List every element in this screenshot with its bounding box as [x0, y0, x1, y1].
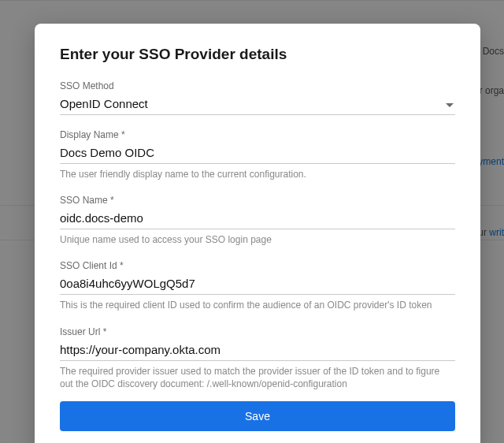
label-sso-client-id: SSO Client Id * — [60, 260, 455, 271]
modal-title: Enter your SSO Provider details — [60, 46, 455, 63]
label-sso-method: SSO Method — [60, 80, 455, 91]
sso-provider-modal: Enter your SSO Provider details SSO Meth… — [35, 24, 480, 443]
help-sso-client-id: This is the required client ID used to c… — [60, 299, 455, 311]
save-button[interactable]: Save — [60, 401, 455, 431]
help-sso-name: Unique name used to access your SSO logi… — [60, 233, 455, 246]
field-sso-client-id: SSO Client Id * This is the required cli… — [60, 260, 455, 311]
label-sso-name: SSO Name * — [60, 195, 455, 206]
field-sso-method: SSO Method — [60, 80, 455, 115]
input-issuer-url[interactable] — [60, 339, 455, 360]
field-issuer-url: Issuer Url * The required provider issue… — [60, 326, 455, 390]
input-display-name[interactable] — [60, 142, 455, 163]
select-sso-method[interactable] — [60, 93, 455, 115]
label-display-name: Display Name * — [60, 129, 455, 140]
help-issuer-url: The required provider issuer used to mat… — [60, 365, 455, 390]
input-sso-client-id[interactable] — [60, 273, 455, 294]
help-display-name: The user friendly display name to the cu… — [60, 168, 455, 181]
label-issuer-url: Issuer Url * — [60, 326, 455, 337]
input-sso-name[interactable] — [60, 207, 455, 229]
field-sso-name: SSO Name * Unique name used to access yo… — [60, 195, 455, 246]
field-display-name: Display Name * The user friendly display… — [60, 129, 455, 181]
input-sso-method[interactable] — [60, 93, 455, 114]
